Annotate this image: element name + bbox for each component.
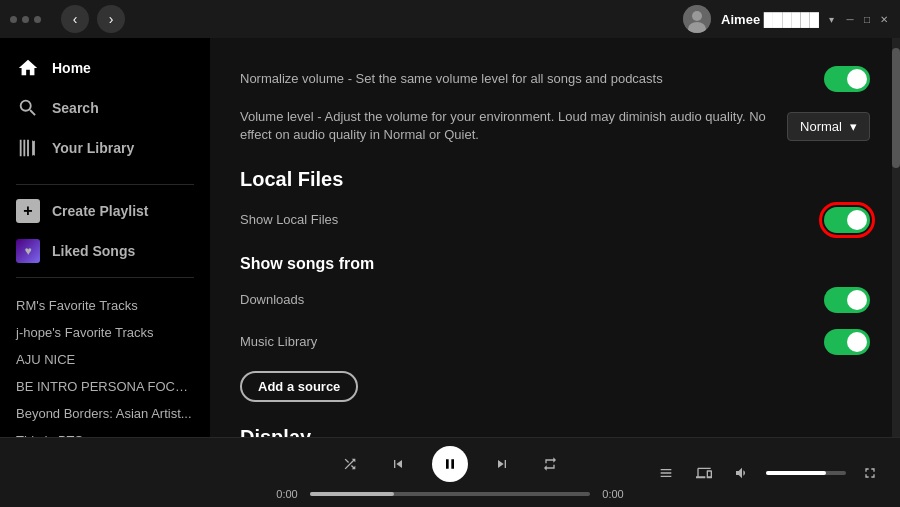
progress-bar[interactable]	[310, 492, 590, 496]
sidebar-search-label: Search	[52, 100, 99, 116]
volume-button[interactable]	[728, 459, 756, 487]
volume-bar[interactable]	[766, 471, 846, 475]
titlebar-dot-2	[22, 16, 29, 23]
show-local-files-row: Show Local Files	[240, 199, 870, 241]
add-source-button[interactable]: Add a source	[240, 371, 358, 402]
repeat-button[interactable]	[536, 450, 564, 478]
titlebar: ‹ › Aimee ██████ ▾ ─ □ ✕	[0, 0, 900, 38]
maximize-button[interactable]: □	[861, 13, 873, 25]
library-icon	[16, 136, 40, 160]
show-local-files-label: Show Local Files	[240, 211, 338, 229]
queue-button[interactable]	[652, 459, 680, 487]
sidebar-divider-2	[16, 277, 194, 278]
pause-button[interactable]	[432, 446, 468, 482]
titlebar-dots	[10, 16, 41, 23]
scrollbar-track	[892, 38, 900, 437]
previous-button[interactable]	[384, 450, 412, 478]
sidebar-create-playlist-label: Create Playlist	[52, 203, 149, 219]
titlebar-dot-1	[10, 16, 17, 23]
toggle-knob	[847, 332, 867, 352]
normalize-volume-label: Normalize volume - Set the same volume l…	[240, 70, 663, 88]
sidebar-divider	[16, 184, 194, 185]
volume-dropdown-value: Normal	[800, 119, 842, 134]
svg-point-1	[692, 11, 702, 21]
list-item[interactable]: j-hope's Favorite Tracks	[0, 319, 210, 346]
downloads-toggle[interactable]	[824, 287, 870, 313]
search-icon	[16, 96, 40, 120]
sidebar-liked-songs-label: Liked Songs	[52, 243, 135, 259]
display-title: Display	[240, 426, 870, 437]
volume-level-row: Volume level - Adjust the volume for you…	[240, 100, 870, 152]
list-item[interactable]: AJU NICE	[0, 346, 210, 373]
sidebar-liked-songs[interactable]: ♥ Liked Songs	[0, 231, 210, 271]
titlebar-right: Aimee ██████ ▾ ─ □ ✕	[683, 5, 890, 33]
minimize-button[interactable]: ─	[844, 13, 856, 25]
sidebar-home-label: Home	[52, 60, 91, 76]
volume-level-label: Volume level - Adjust the volume for you…	[240, 108, 787, 144]
toggle-knob	[847, 210, 867, 230]
list-item[interactable]: This Is BTS	[0, 427, 210, 437]
downloads-row: Downloads	[240, 279, 870, 321]
show-local-files-toggle[interactable]	[824, 207, 870, 233]
sidebar: Home Search Your Library + Create Playli…	[0, 38, 210, 437]
player-progress: 0:00 0:00	[16, 488, 884, 500]
music-library-toggle[interactable]	[824, 329, 870, 355]
local-files-title: Local Files	[240, 168, 870, 191]
avatar-image	[683, 5, 711, 33]
progress-fill	[310, 492, 394, 496]
list-item[interactable]: RM's Favorite Tracks	[0, 292, 210, 319]
window-controls: ─ □ ✕	[844, 13, 890, 25]
fullscreen-button[interactable]	[856, 459, 884, 487]
sidebar-nav: Home Search Your Library	[0, 38, 210, 178]
show-songs-from-title: Show songs from	[240, 255, 870, 273]
normalize-volume-toggle[interactable]	[824, 66, 870, 92]
add-source-label: Add a source	[258, 379, 340, 394]
devices-button[interactable]	[690, 459, 718, 487]
next-button[interactable]	[488, 450, 516, 478]
titlebar-left: ‹ ›	[10, 5, 125, 33]
player-right-controls	[652, 459, 884, 487]
list-item[interactable]: Beyond Borders: Asian Artist...	[0, 400, 210, 427]
volume-fill	[766, 471, 826, 475]
music-library-label: Music Library	[240, 333, 317, 351]
toggle-knob	[847, 69, 867, 89]
normalize-volume-row: Normalize volume - Set the same volume l…	[240, 58, 870, 100]
sidebar-item-search[interactable]: Search	[0, 88, 210, 128]
list-item[interactable]: BE INTRO PERSONA FOCU...	[0, 373, 210, 400]
toggle-knob	[847, 290, 867, 310]
close-button[interactable]: ✕	[878, 13, 890, 25]
volume-dropdown[interactable]: Normal ▾	[787, 112, 870, 141]
home-icon	[16, 56, 40, 80]
scrollbar-thumb[interactable]	[892, 48, 900, 168]
sidebar-create-playlist[interactable]: + Create Playlist	[0, 191, 210, 231]
music-library-row: Music Library	[240, 321, 870, 363]
main-layout: Home Search Your Library + Create Playli…	[0, 38, 900, 437]
sidebar-item-home[interactable]: Home	[0, 48, 210, 88]
nav-forward-button[interactable]: ›	[97, 5, 125, 33]
sidebar-playlists: RM's Favorite Tracks j-hope's Favorite T…	[0, 284, 210, 437]
player-bar: 0:00 0:00	[0, 437, 900, 507]
sidebar-library-label: Your Library	[52, 140, 134, 156]
create-playlist-icon: +	[16, 199, 40, 223]
downloads-label: Downloads	[240, 291, 304, 309]
titlebar-dot-3	[34, 16, 41, 23]
liked-songs-icon: ♥	[16, 239, 40, 263]
shuffle-button[interactable]	[336, 450, 364, 478]
user-name: Aimee ██████	[721, 12, 819, 27]
settings-content: Normalize volume - Set the same volume l…	[210, 38, 900, 437]
time-current: 0:00	[272, 488, 302, 500]
user-chevron-icon[interactable]: ▾	[829, 14, 834, 25]
avatar	[683, 5, 711, 33]
time-total: 0:00	[598, 488, 628, 500]
nav-back-button[interactable]: ‹	[61, 5, 89, 33]
titlebar-nav: ‹ ›	[61, 5, 125, 33]
sidebar-item-library[interactable]: Your Library	[0, 128, 210, 168]
chevron-down-icon: ▾	[850, 119, 857, 134]
